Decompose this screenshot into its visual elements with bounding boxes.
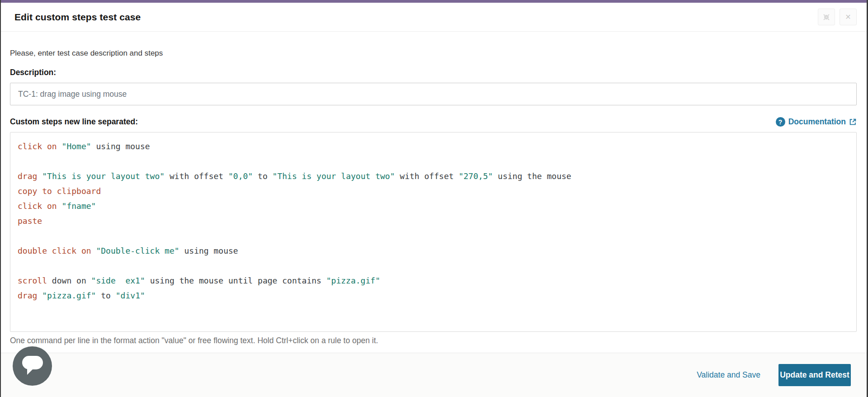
documentation-link[interactable]: ? Documentation — [776, 117, 857, 127]
code-line[interactable]: scroll down on "side ex1" using the mous… — [18, 273, 849, 288]
token-cmd: paste — [18, 216, 42, 226]
token-str: "fname" — [62, 201, 96, 211]
modal-footer: Validate and Save Update and Retest — [1, 353, 867, 397]
code-line[interactable]: click on "Home" using mouse — [18, 139, 849, 154]
close-button[interactable]: ✕ — [840, 9, 857, 25]
token-txt: to — [253, 171, 272, 181]
token-str: "0,0" — [228, 171, 253, 181]
code-line[interactable] — [18, 228, 849, 243]
external-link-icon — [849, 118, 857, 126]
help-icon: ? — [776, 117, 785, 127]
chat-widget-button[interactable] — [13, 346, 52, 386]
description-input[interactable] — [10, 83, 857, 105]
code-line[interactable]: click on "fname" — [18, 198, 849, 213]
token-txt: using the mouse until page contains — [145, 276, 326, 285]
description-label: Description: — [10, 68, 857, 77]
compress-icon — [823, 14, 830, 21]
token-str: "pizza.gif" — [326, 276, 380, 285]
token-str: "Home" — [62, 142, 91, 151]
update-and-retest-button[interactable]: Update and Retest — [778, 364, 851, 386]
documentation-link-label: Documentation — [788, 117, 846, 127]
token-str: "This is your layout two" — [42, 171, 165, 181]
token-str: "270,5" — [458, 171, 493, 181]
token-txt — [37, 291, 42, 300]
code-line[interactable]: drag "This is your layout two" with offs… — [18, 169, 849, 184]
compress-button[interactable] — [818, 9, 835, 25]
token-txt: using the mouse — [493, 171, 571, 181]
token-txt: down on — [47, 276, 91, 285]
token-txt: using mouse — [179, 246, 238, 255]
token-str: "div1" — [116, 291, 145, 300]
steps-label: Custom steps new line separated: — [10, 117, 138, 127]
token-cmd: copy to clipboard — [18, 186, 101, 196]
token-cmd: drag — [18, 291, 37, 300]
token-cmd: click on — [18, 142, 57, 151]
token-txt — [37, 171, 42, 181]
token-txt: to — [96, 291, 115, 300]
token-txt: using mouse — [91, 142, 150, 151]
code-line[interactable] — [18, 154, 849, 169]
editor-helper-text: One command per line in the format actio… — [10, 336, 857, 345]
token-cmd: click on — [18, 201, 57, 211]
code-line[interactable]: double click on "Double-click me" using … — [18, 243, 849, 258]
code-line[interactable]: drag "pizza.gif" to "div1" — [18, 288, 849, 303]
steps-editor[interactable]: click on "Home" using mouse drag "This i… — [10, 132, 857, 332]
modal-title: Edit custom steps test case — [14, 12, 141, 23]
modal-body: Please, enter test case description and … — [1, 32, 867, 353]
code-line[interactable]: paste — [18, 213, 849, 228]
intro-text: Please, enter test case description and … — [10, 49, 857, 58]
steps-editor-content: click on "Home" using mouse drag "This i… — [10, 132, 856, 309]
close-icon: ✕ — [845, 14, 851, 21]
modal-header: Edit custom steps test case ✕ — [1, 3, 867, 32]
token-txt: with offset — [165, 171, 228, 181]
window-controls: ✕ — [818, 9, 857, 25]
code-line[interactable]: copy to clipboard — [18, 184, 849, 198]
token-str: "Double-click me" — [96, 246, 179, 255]
token-txt — [57, 142, 62, 151]
token-cmd: drag — [18, 171, 37, 181]
edit-test-case-modal: Edit custom steps test case ✕ Please, en… — [1, 0, 867, 397]
token-cmd: double click on — [18, 246, 91, 255]
token-txt: with offset — [395, 171, 459, 181]
token-str: "This is your layout two" — [273, 171, 395, 181]
token-txt — [91, 246, 96, 255]
steps-label-row: Custom steps new line separated: ? Docum… — [10, 117, 857, 127]
token-cmd: scroll — [18, 276, 47, 285]
validate-and-save-button[interactable]: Validate and Save — [697, 370, 760, 380]
token-str: "pizza.gif" — [42, 291, 96, 300]
token-txt — [57, 201, 62, 211]
code-line[interactable] — [18, 258, 849, 273]
chat-bubble-icon — [21, 355, 44, 378]
token-str: "side ex1" — [91, 276, 145, 285]
